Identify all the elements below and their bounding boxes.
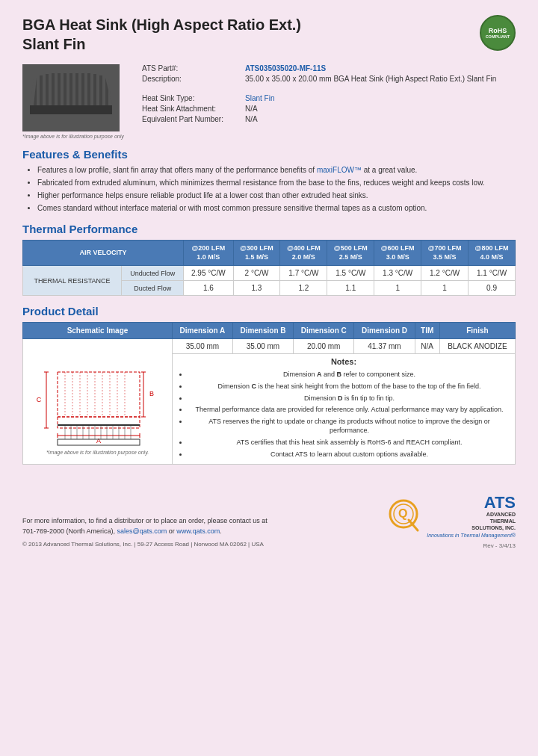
product-details: ATS Part#: ATS035035020-MF-11S Descripti…	[142, 64, 516, 139]
footer: For more information, to find a distribu…	[22, 487, 516, 549]
page-title: BGA Heat Sink (High Aspect Ratio Ext.) S…	[22, 15, 301, 54]
part-number-row: ATS Part#: ATS035035020-MF-11S	[142, 64, 516, 72]
col-700lfm: @700 LFM3.5 M/S	[421, 241, 469, 266]
page: BGA Heat Sink (High Aspect Ratio Ext.) S…	[0, 0, 538, 756]
note-1: Dimension A and B refer to component siz…	[188, 370, 510, 379]
notes-title: Notes:	[177, 357, 510, 366]
ducted-500: 1.1	[327, 281, 374, 296]
product-image	[22, 64, 120, 131]
svg-rect-3	[46, 74, 49, 105]
schematic-cell: A B C	[23, 339, 173, 465]
unducted-700: 1.2 °C/W	[421, 266, 469, 281]
schematic-image: A B C	[28, 342, 162, 447]
dim-c-value: 20.00 mm	[294, 339, 354, 354]
title-block: BGA Heat Sink (High Aspect Ratio Ext.) S…	[22, 15, 301, 54]
air-velocity-header: AIR VELOCITY	[23, 241, 184, 266]
feature-item-1: Features a low profile, slant fin array …	[37, 165, 516, 176]
dim-c-header: Dimension C	[294, 323, 354, 339]
dim-b-header: Dimension B	[232, 323, 293, 339]
dim-d-value: 41.37 mm	[354, 339, 415, 354]
finish-value: BLACK ANODIZE	[439, 339, 515, 354]
ducted-400: 1.2	[280, 281, 327, 296]
unducted-800: 1.1 °C/W	[469, 266, 516, 281]
svg-rect-17	[58, 372, 140, 417]
note-6: ATS certifies that this heat sink assemb…	[188, 438, 510, 447]
image-caption: *Image above is for illustration purpose…	[22, 134, 127, 139]
thermal-table: AIR VELOCITY @200 LFM1.0 M/S @300 LFM1.5…	[22, 240, 516, 296]
svg-rect-8	[75, 73, 78, 105]
col-300lfm: @300 LFM1.5 M/S	[233, 241, 280, 266]
ducted-600: 1	[374, 281, 421, 296]
note-4: Thermal performance data are provided fo…	[188, 405, 510, 415]
unducted-300: 2 °C/W	[233, 266, 280, 281]
note-7: Contact ATS to learn about custom option…	[188, 450, 510, 459]
dim-b-value: 35.00 mm	[232, 339, 293, 354]
svg-rect-52	[58, 424, 140, 426]
website-link[interactable]: www.qats.com	[176, 527, 220, 535]
svg-text:C: C	[37, 396, 42, 403]
col-500lfm: @500 LFM2.5 M/S	[327, 241, 374, 266]
product-info: *Image above is for illustration purpose…	[22, 64, 516, 139]
col-400lfm: @400 LFM2.0 M/S	[280, 241, 327, 266]
page-header: BGA Heat Sink (High Aspect Ratio Ext.) S…	[22, 15, 516, 54]
feature-item-2: Fabricated from extruded aluminum, which…	[37, 178, 516, 188]
svg-rect-2	[40, 75, 43, 105]
col-800lfm: @800 LFM4.0 M/S	[469, 241, 516, 266]
ats-logo: Q ATS ADVANCEDTHERMALSOLUTIONS, INC. Inn…	[385, 495, 516, 538]
svg-text:A: A	[96, 437, 101, 444]
thermal-title: Thermal Performance	[22, 223, 516, 235]
equivalent-part-row: Equivalent Part Number: N/A	[142, 115, 516, 123]
product-detail-title: Product Detail	[22, 305, 516, 317]
dim-d-header: Dimension D	[354, 323, 415, 339]
dim-a-value: 35.00 mm	[173, 339, 233, 354]
notes-list: Dimension A and B refer to component siz…	[188, 370, 510, 459]
heatsink-type-row: Heat Sink Type: Slant Fin	[142, 94, 516, 102]
ducted-700: 1	[421, 281, 469, 296]
svg-rect-4	[52, 73, 55, 105]
ducted-200: 1.6	[184, 281, 233, 296]
dim-a-header: Dimension A	[173, 323, 233, 339]
thermal-resistance-label: THERMAL RESISTANCE	[23, 266, 122, 296]
footer-left: For more information, to find a distribu…	[22, 516, 268, 549]
tim-value: N/A	[415, 339, 439, 354]
svg-text:Q: Q	[398, 507, 407, 520]
ducted-300: 1.3	[233, 281, 280, 296]
col-600lfm: @600 LFM3.0 M/S	[374, 241, 421, 266]
svg-rect-6	[64, 73, 67, 105]
ducted-label: Ducted Flow	[122, 281, 184, 296]
features-title: Features & Benefits	[22, 148, 516, 161]
finish-header: Finish	[439, 323, 515, 339]
heatsink-attachment-row: Heat Sink Attachment: N/A	[142, 105, 516, 113]
unducted-600: 1.3 °C/W	[374, 266, 421, 281]
unducted-200: 2.95 °C/W	[184, 266, 233, 281]
email-link[interactable]: sales@qats.com	[117, 527, 167, 535]
feature-item-3: Higher performance helps ensure reliable…	[37, 190, 516, 201]
svg-rect-10	[87, 73, 90, 105]
rohs-badge: RoHS COMPLIANT	[480, 15, 516, 51]
dimensions-row: A B C	[23, 339, 516, 354]
product-image-block: *Image above is for illustration purpose…	[22, 64, 127, 139]
note-3: Dimension D is fin tip to fin tip.	[188, 394, 510, 403]
svg-rect-9	[81, 73, 84, 105]
contact-text: For more information, to find a distribu…	[22, 516, 268, 536]
unducted-label: Unducted Flow	[122, 266, 184, 281]
col-200lfm: @200 LFM1.0 M/S	[184, 241, 233, 266]
rev-text: Rev - 3/4/13	[385, 542, 516, 549]
svg-rect-12	[99, 75, 102, 105]
svg-rect-11	[93, 74, 96, 105]
product-detail-table: Schematic Image Dimension A Dimension B …	[22, 322, 516, 465]
unducted-500: 1.5 °C/W	[327, 266, 374, 281]
features-list: Features a low profile, slant fin array …	[37, 165, 516, 214]
unducted-400: 1.7 °C/W	[280, 266, 327, 281]
svg-rect-16	[58, 417, 140, 428]
description-row: Description: 35.00 x 35.00 x 20.00 mm BG…	[142, 75, 516, 83]
svg-rect-0	[30, 105, 112, 114]
svg-rect-5	[58, 73, 61, 105]
notes-cell: Notes: Dimension A and B refer to compon…	[173, 354, 516, 465]
schematic-header: Schematic Image	[23, 323, 173, 339]
tim-header: TIM	[415, 323, 439, 339]
footer-copyright: © 2013 Advanced Thermal Solutions, Inc. …	[22, 540, 268, 549]
feature-item-4: Comes standard without interface materia…	[37, 203, 516, 214]
unducted-row: THERMAL RESISTANCE Unducted Flow 2.95 °C…	[23, 266, 516, 281]
svg-text:B: B	[149, 390, 154, 397]
